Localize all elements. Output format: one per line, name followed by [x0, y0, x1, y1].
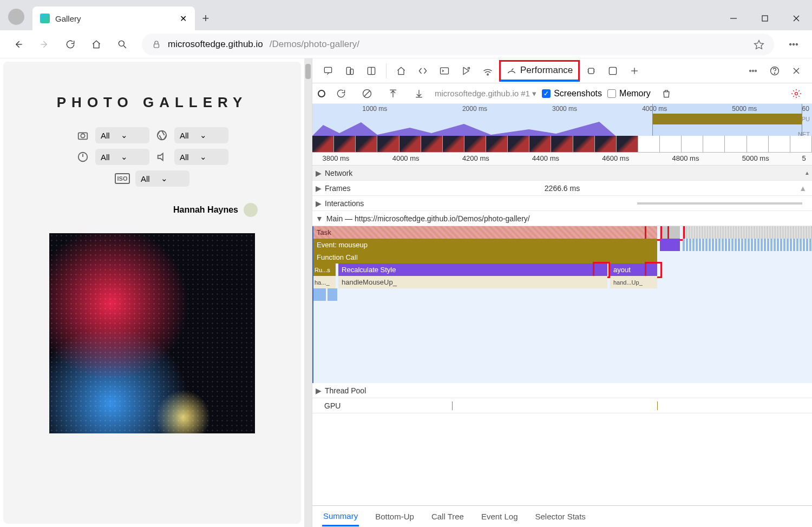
edge-favicon-icon — [40, 14, 50, 23]
capture-settings-button[interactable] — [786, 83, 807, 104]
home-button[interactable] — [86, 34, 107, 55]
flame-task[interactable]: Task — [313, 226, 657, 239]
devtools-more-button[interactable] — [743, 61, 763, 81]
profile-button[interactable] — [0, 3, 32, 30]
bottom-up-tab[interactable]: Bottom-Up — [374, 508, 415, 525]
address-bar[interactable]: microsoftedge.github.io/Demos/photo-gall… — [142, 34, 774, 55]
network-tab-icon[interactable] — [477, 61, 498, 81]
flame-chart[interactable]: Task Event: mouseup Function Call Ru...s… — [312, 226, 812, 383]
flame-task-small[interactable] — [660, 226, 680, 239]
favorite-icon[interactable] — [754, 39, 764, 50]
svg-rect-19 — [324, 67, 331, 73]
svg-line-7 — [124, 45, 126, 48]
chevron-down-icon: ⌄ — [121, 152, 128, 162]
frames-track[interactable]: ▶Frames2266.6 ms▲ — [312, 181, 812, 196]
record-button[interactable] — [318, 90, 325, 97]
network-track[interactable]: ▶Network▲ — [312, 166, 812, 181]
new-tab-button[interactable]: + — [195, 6, 217, 30]
memory-tab-icon[interactable] — [581, 61, 601, 81]
garbage-collect-button[interactable] — [656, 83, 677, 104]
author-avatar-icon — [244, 203, 258, 217]
tab-close-button[interactable]: ✕ — [179, 14, 187, 23]
svg-point-10 — [790, 43, 791, 45]
flame-handle-mouseup[interactable]: handleMouseUp_ — [338, 276, 607, 288]
reload-record-button[interactable] — [331, 83, 351, 104]
main-track-header[interactable]: ▼Main — https://microsoftedge.github.io/… — [312, 211, 812, 226]
flame-event[interactable]: Event: mouseup — [313, 239, 657, 251]
svg-marker-9 — [755, 40, 764, 49]
svg-point-36 — [750, 70, 751, 71]
recording-select[interactable]: microsoftedge.github.io #1 ▾ — [435, 89, 536, 98]
elements-tab-icon[interactable] — [412, 61, 433, 81]
sound-icon — [155, 150, 169, 164]
author-name: Hannah Haynes — [173, 205, 238, 215]
thread-pool-track[interactable]: ▶Thread Pool — [312, 383, 812, 398]
photo-thumbnail[interactable] — [49, 233, 255, 433]
iso-filter-select[interactable]: All⌄ — [135, 170, 189, 187]
application-tab-icon[interactable] — [603, 61, 623, 81]
event-log-tab[interactable]: Event Log — [480, 508, 519, 525]
svg-point-12 — [796, 43, 797, 45]
close-window-button[interactable] — [781, 6, 812, 30]
camera-filter-select[interactable]: All⌄ — [95, 127, 149, 143]
aperture-filter-select[interactable]: All⌄ — [174, 127, 228, 143]
browser-tab[interactable]: Gallery ✕ — [32, 6, 195, 30]
flame-layout[interactable]: ayout — [610, 264, 657, 276]
summary-tab[interactable]: Summary — [322, 507, 359, 526]
timeline-ruler[interactable]: 3800 ms 4000 ms 4200 ms 4400 ms 4600 ms … — [312, 153, 812, 166]
clear-button[interactable] — [357, 83, 377, 104]
inspect-icon[interactable] — [318, 61, 338, 81]
gpu-track[interactable]: GPU — [312, 398, 812, 413]
timeline-overview[interactable]: 1000 ms 2000 ms 3000 ms 4000 ms 5000 ms … — [312, 104, 812, 153]
console-tab-icon[interactable] — [434, 61, 455, 81]
chevron-down-icon: ⌄ — [200, 152, 207, 162]
chevron-down-icon: ⌄ — [200, 130, 207, 140]
flame-recalc-style[interactable]: Recalculate Style — [338, 264, 607, 276]
svg-marker-18 — [158, 154, 163, 161]
back-button[interactable] — [8, 34, 29, 55]
svg-point-49 — [795, 92, 798, 95]
search-button[interactable] — [112, 34, 133, 55]
performance-tab-label: Performance — [520, 65, 573, 76]
svg-point-26 — [487, 74, 489, 75]
flame-rus[interactable]: Ru...s — [313, 264, 336, 276]
flame-hand-up[interactable]: hand...Up_ — [610, 276, 657, 288]
screenshots-checkbox[interactable]: Screenshots — [542, 89, 602, 98]
lock-icon — [152, 39, 161, 49]
sound-filter-select[interactable]: All⌄ — [174, 149, 228, 165]
memory-checkbox[interactable]: Memory — [607, 89, 651, 98]
more-tabs-button[interactable] — [624, 61, 645, 81]
author-row: Hannah Haynes — [173, 203, 258, 217]
call-tree-tab[interactable]: Call Tree — [430, 508, 465, 525]
save-profile-button[interactable] — [409, 83, 429, 104]
url-host: microsoftedge.github.io — [168, 39, 263, 50]
devtools-close-button[interactable] — [786, 61, 807, 81]
svg-rect-33 — [610, 67, 617, 74]
panel-toggle-icon[interactable] — [361, 61, 382, 81]
selector-stats-tab[interactable]: Selector Stats — [534, 508, 586, 525]
sources-tab-icon[interactable] — [456, 61, 476, 81]
more-button[interactable] — [783, 34, 804, 55]
welcome-tab-icon[interactable] — [391, 61, 411, 81]
flame-function-call[interactable]: Function Call — [313, 251, 657, 264]
maximize-button[interactable] — [749, 6, 781, 30]
svg-line-27 — [512, 69, 513, 70]
svg-point-6 — [119, 41, 124, 46]
load-profile-button[interactable] — [383, 83, 403, 104]
flame-bar-small[interactable] — [660, 239, 680, 251]
browser-toolbar: microsoftedge.github.io/Demos/photo-gall… — [0, 30, 812, 58]
chevron-down-icon: ⌄ — [161, 174, 168, 183]
device-toggle-icon[interactable] — [339, 61, 360, 81]
performance-tab[interactable]: Performance — [499, 60, 580, 82]
page-title: PHOTO GALLERY — [57, 94, 247, 111]
help-button[interactable] — [764, 61, 785, 81]
exposure-filter-select[interactable]: All⌄ — [95, 149, 149, 165]
minimize-button[interactable] — [718, 6, 749, 30]
svg-point-14 — [81, 134, 84, 137]
flame-tasks-tiny[interactable] — [683, 226, 812, 239]
refresh-button[interactable] — [60, 34, 81, 55]
page-content: PHOTO GALLERY All⌄ All⌄ All⌄ All⌄ ISO Al… — [3, 62, 301, 524]
interactions-track[interactable]: ▶Interactions — [312, 196, 812, 211]
flame-ha[interactable]: ha..._ — [313, 276, 336, 288]
page-scrollbar[interactable] — [304, 58, 312, 527]
